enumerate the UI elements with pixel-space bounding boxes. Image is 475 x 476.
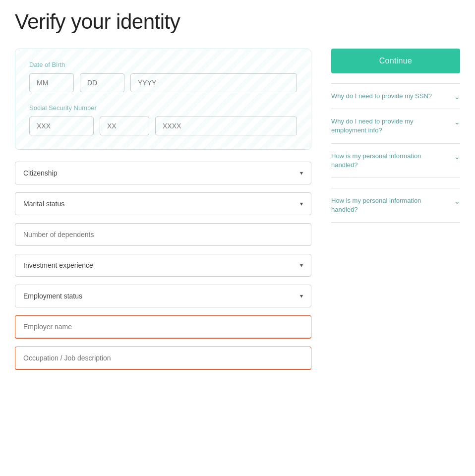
employer-name-input[interactable] — [15, 315, 311, 339]
ssn-faq-question: Why do I need to provide my SSN? — [331, 92, 454, 101]
personal-info-faq-question-1: How is my personal information handled? — [331, 152, 454, 170]
employment-faq-question: Why do I need to provide my employment i… — [331, 117, 454, 135]
citizenship-label: Citizenship — [23, 169, 57, 177]
employment-status-label: Employment status — [23, 292, 82, 300]
personal-info-faq-chevron-icon-1: ⌄ — [454, 153, 460, 161]
ssn-part3-input[interactable] — [155, 117, 297, 135]
employment-status-dropdown[interactable]: Employment status ▾ — [15, 285, 311, 307]
dob-year-input[interactable] — [130, 73, 297, 92]
dob-label: Date of Birth — [29, 61, 297, 68]
employment-status-arrow-icon: ▾ — [300, 293, 303, 299]
ssn-label: Social Security Number — [29, 104, 297, 112]
employment-faq-item[interactable]: Why do I need to provide my employment i… — [331, 109, 460, 143]
dob-ssn-card: Date of Birth Social Security Number — [15, 49, 311, 150]
number-of-dependents-input[interactable] — [15, 223, 311, 246]
main-layout: Date of Birth Social Security Number Cit… — [15, 49, 460, 378]
marital-status-label: Marital status — [23, 200, 64, 208]
marital-status-dropdown[interactable]: Marital status ▾ — [15, 192, 311, 215]
marital-status-arrow-icon: ▾ — [300, 200, 303, 207]
ssn-part1-input[interactable] — [29, 117, 94, 135]
dob-day-input[interactable] — [80, 73, 124, 92]
faq-list: Why do I need to provide my SSN? ⌄ Why d… — [331, 83, 460, 178]
personal-info-faq-question-2: How is my personal information handled? — [331, 196, 454, 214]
page-title: Verify your identity — [15, 10, 460, 34]
left-column: Date of Birth Social Security Number Cit… — [15, 49, 311, 378]
citizenship-arrow-icon: ▾ — [300, 170, 303, 177]
investment-experience-arrow-icon: ▾ — [300, 262, 303, 269]
investment-experience-label: Investment experience — [23, 261, 93, 269]
dob-month-input[interactable] — [29, 73, 74, 92]
citizenship-dropdown[interactable]: Citizenship ▾ — [15, 162, 311, 184]
right-column: Continue Why do I need to provide my SSN… — [331, 49, 460, 223]
investment-experience-dropdown[interactable]: Investment experience ▾ — [15, 254, 311, 277]
employment-faq-chevron-icon: ⌄ — [454, 118, 460, 126]
dob-fields — [29, 73, 297, 92]
bottom-faq: How is my personal information handled? … — [331, 188, 460, 223]
ssn-faq-chevron-icon: ⌄ — [454, 93, 460, 101]
personal-info-faq-item-1[interactable]: How is my personal information handled? … — [331, 143, 460, 178]
occupation-input[interactable] — [15, 347, 311, 370]
personal-info-faq-item-2[interactable]: How is my personal information handled? … — [331, 188, 460, 223]
ssn-fields — [29, 117, 297, 135]
continue-button[interactable]: Continue — [331, 49, 460, 73]
ssn-faq-item[interactable]: Why do I need to provide my SSN? ⌄ — [331, 83, 460, 109]
personal-info-faq-chevron-icon-2: ⌄ — [454, 197, 460, 205]
ssn-part2-input[interactable] — [100, 117, 149, 135]
